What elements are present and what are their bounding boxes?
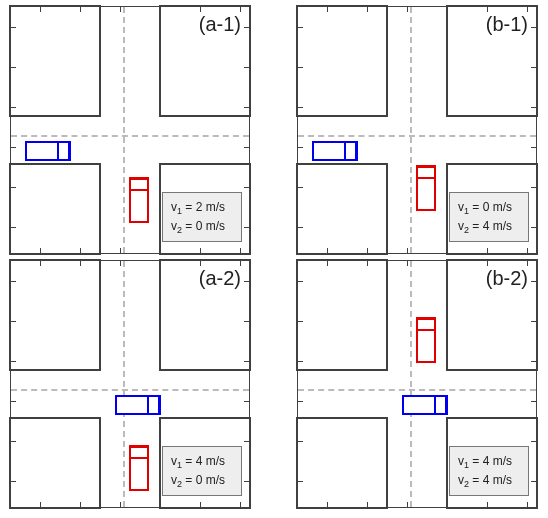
lane-center-v [410,7,412,253]
road-corner-nw [9,259,101,371]
velocity-line-1: v1 = 0 m/s [458,199,520,218]
velocity-line-2: v2 = 0 m/s [171,218,233,237]
panel-label: (a-1) [199,13,241,36]
velocity-line-2: v2 = 4 m/s [458,472,520,491]
panel-label: (b-1) [486,13,528,36]
road-corner-sw [296,417,388,509]
road-corner-nw [296,5,388,117]
car-red [129,177,149,223]
lane-center-h [298,135,536,137]
panel-label: (a-2) [199,267,241,290]
lane-center-h [11,389,249,391]
car-blue [312,141,358,161]
car-red [129,445,149,491]
road-corner-nw [296,259,388,371]
panel-a2: (a-2) v1 = 4 m/s v2 = 0 m/s [10,260,250,508]
panel-b1: (b-1) v1 = 0 m/s v2 = 4 m/s [297,6,537,254]
lane-center-v [123,261,125,507]
car-blue [402,395,448,415]
panel-a1: (a-1) v1 = 2 m/s v2 = 0 m/s [10,6,250,254]
road-corner-sw [9,163,101,255]
car-blue [25,141,71,161]
panel-label: (b-2) [486,267,528,290]
velocity-box: v1 = 2 m/s v2 = 0 m/s [162,192,242,242]
road-corner-sw [296,163,388,255]
velocity-box: v1 = 4 m/s v2 = 4 m/s [449,446,529,496]
lane-center-v [123,7,125,253]
lane-center-h [11,135,249,137]
car-red [416,317,436,363]
car-red [416,165,436,211]
road-corner-sw [9,417,101,509]
road-corner-nw [9,5,101,117]
velocity-line-2: v2 = 0 m/s [171,472,233,491]
panel-b2: (b-2) v1 = 4 m/s v2 = 4 m/s [297,260,537,508]
velocity-box: v1 = 0 m/s v2 = 4 m/s [449,192,529,242]
car-blue [115,395,161,415]
lane-center-v [410,261,412,507]
velocity-line-2: v2 = 4 m/s [458,218,520,237]
velocity-box: v1 = 4 m/s v2 = 0 m/s [162,446,242,496]
velocity-line-1: v1 = 4 m/s [171,453,233,472]
velocity-line-1: v1 = 4 m/s [458,453,520,472]
velocity-line-1: v1 = 2 m/s [171,199,233,218]
lane-center-h [298,389,536,391]
